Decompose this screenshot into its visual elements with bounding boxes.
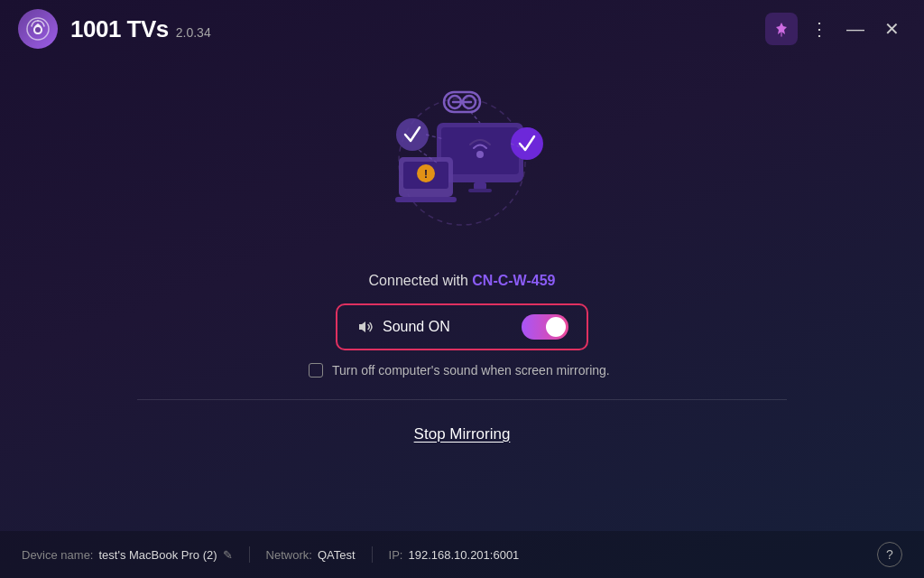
app-version: 2.0.34 [176, 25, 211, 40]
logo-icon [26, 17, 50, 41]
app-name-group: 1001 TVs2.0.34 [70, 15, 211, 43]
illustration: ! [354, 76, 570, 256]
svg-text:!: ! [424, 168, 428, 181]
footer-sep-2 [372, 546, 373, 563]
stop-mirroring-button[interactable]: Stop Mirroring [407, 422, 518, 447]
connected-device: CN-C-W-459 [472, 273, 555, 288]
sound-toggle[interactable] [522, 314, 568, 340]
titlebar: 1001 TVs2.0.34 ⋮ — ✕ [0, 0, 924, 58]
network-label: Network: [266, 548, 312, 562]
connected-text: Connected with CN-C-W-459 [369, 273, 556, 289]
ip-label: IP: [389, 548, 403, 562]
network-value: QATest [318, 548, 356, 562]
sound-label-group: Sound ON [356, 317, 450, 337]
connected-prefix: Connected with [369, 273, 473, 288]
help-button[interactable]: ? [877, 542, 902, 567]
svg-rect-11 [468, 189, 492, 192]
ip-value: 192.168.10.201:6001 [408, 548, 519, 562]
pin-button[interactable] [765, 13, 798, 45]
svg-point-18 [396, 118, 429, 151]
pin-icon [773, 21, 790, 37]
svg-point-1 [35, 27, 41, 33]
edit-device-icon[interactable]: ✎ [223, 548, 233, 562]
device-name-label: Device name: [22, 548, 93, 562]
titlebar-actions: ⋮ — ✕ [765, 13, 906, 45]
svg-point-9 [476, 151, 484, 158]
checkbox-row: Turn off computer's sound when screen mi… [309, 363, 615, 378]
minimize-button[interactable]: — [841, 14, 870, 43]
toggle-knob [546, 317, 566, 337]
svg-point-17 [511, 127, 543, 160]
footer: Device name: test's MacBook Pro (2) ✎ Ne… [0, 531, 924, 578]
sound-icon [356, 317, 375, 337]
device-name-value: test's MacBook Pro (2) [98, 548, 217, 562]
divider [137, 399, 787, 400]
checkbox-label: Turn off computer's sound when screen mi… [332, 363, 610, 378]
close-button[interactable]: ✕ [877, 14, 906, 43]
mute-checkbox[interactable] [309, 363, 323, 378]
svg-rect-10 [474, 182, 486, 190]
app-logo [18, 9, 58, 49]
connected-illustration: ! [354, 76, 570, 256]
app-name: 1001 TVs [70, 15, 169, 42]
more-button[interactable]: ⋮ [805, 14, 834, 43]
sound-label: Sound ON [383, 319, 450, 335]
sound-toggle-row: Sound ON [336, 303, 588, 350]
main-content: ! Connected with CN-C-W-459 [0, 58, 924, 476]
footer-sep-1 [249, 546, 250, 563]
svg-rect-16 [395, 197, 457, 202]
